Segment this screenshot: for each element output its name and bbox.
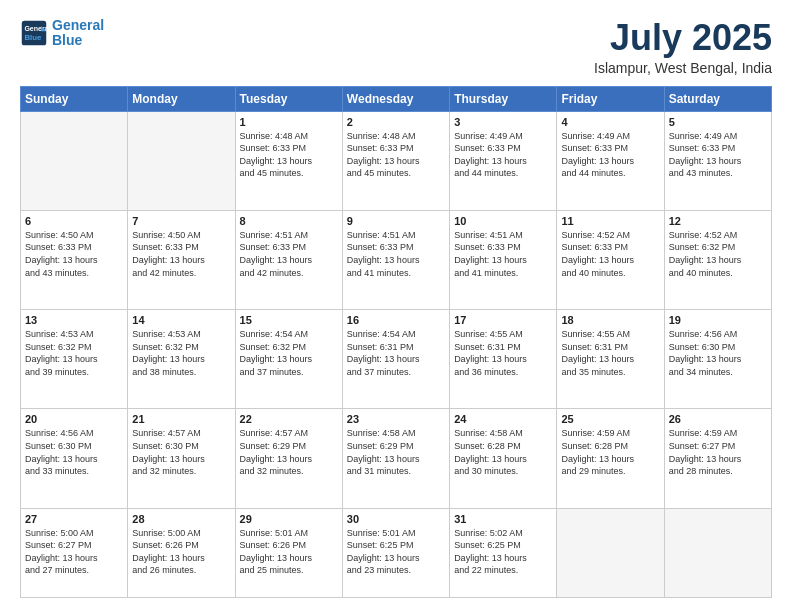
week-row-4: 20Sunrise: 4:56 AM Sunset: 6:30 PM Dayli…: [21, 409, 772, 508]
empty-cell: [128, 111, 235, 210]
day-detail: Sunrise: 4:49 AM Sunset: 6:33 PM Dayligh…: [561, 130, 659, 180]
day-number: 19: [669, 314, 767, 326]
week-row-2: 6Sunrise: 4:50 AM Sunset: 6:33 PM Daylig…: [21, 210, 772, 309]
day-number: 31: [454, 513, 552, 525]
day-number: 16: [347, 314, 445, 326]
day-cell-28: 28Sunrise: 5:00 AM Sunset: 6:26 PM Dayli…: [128, 508, 235, 597]
day-cell-20: 20Sunrise: 4:56 AM Sunset: 6:30 PM Dayli…: [21, 409, 128, 508]
day-detail: Sunrise: 4:53 AM Sunset: 6:32 PM Dayligh…: [25, 328, 123, 378]
empty-cell: [21, 111, 128, 210]
day-detail: Sunrise: 4:49 AM Sunset: 6:33 PM Dayligh…: [454, 130, 552, 180]
day-header-thursday: Thursday: [450, 86, 557, 111]
day-cell-11: 11Sunrise: 4:52 AM Sunset: 6:33 PM Dayli…: [557, 210, 664, 309]
day-cell-2: 2Sunrise: 4:48 AM Sunset: 6:33 PM Daylig…: [342, 111, 449, 210]
day-detail: Sunrise: 4:55 AM Sunset: 6:31 PM Dayligh…: [561, 328, 659, 378]
day-cell-10: 10Sunrise: 4:51 AM Sunset: 6:33 PM Dayli…: [450, 210, 557, 309]
day-number: 2: [347, 116, 445, 128]
day-detail: Sunrise: 4:51 AM Sunset: 6:33 PM Dayligh…: [240, 229, 338, 279]
day-number: 28: [132, 513, 230, 525]
day-cell-24: 24Sunrise: 4:58 AM Sunset: 6:28 PM Dayli…: [450, 409, 557, 508]
day-detail: Sunrise: 4:58 AM Sunset: 6:29 PM Dayligh…: [347, 427, 445, 477]
day-detail: Sunrise: 4:54 AM Sunset: 6:32 PM Dayligh…: [240, 328, 338, 378]
day-cell-30: 30Sunrise: 5:01 AM Sunset: 6:25 PM Dayli…: [342, 508, 449, 597]
day-detail: Sunrise: 5:02 AM Sunset: 6:25 PM Dayligh…: [454, 527, 552, 577]
day-detail: Sunrise: 4:53 AM Sunset: 6:32 PM Dayligh…: [132, 328, 230, 378]
day-detail: Sunrise: 4:52 AM Sunset: 6:32 PM Dayligh…: [669, 229, 767, 279]
day-cell-26: 26Sunrise: 4:59 AM Sunset: 6:27 PM Dayli…: [664, 409, 771, 508]
day-cell-13: 13Sunrise: 4:53 AM Sunset: 6:32 PM Dayli…: [21, 310, 128, 409]
day-cell-8: 8Sunrise: 4:51 AM Sunset: 6:33 PM Daylig…: [235, 210, 342, 309]
day-number: 29: [240, 513, 338, 525]
page: General Blue General Blue July 2025 Isla…: [0, 0, 792, 612]
day-detail: Sunrise: 5:01 AM Sunset: 6:26 PM Dayligh…: [240, 527, 338, 577]
day-detail: Sunrise: 4:52 AM Sunset: 6:33 PM Dayligh…: [561, 229, 659, 279]
day-cell-25: 25Sunrise: 4:59 AM Sunset: 6:28 PM Dayli…: [557, 409, 664, 508]
day-cell-12: 12Sunrise: 4:52 AM Sunset: 6:32 PM Dayli…: [664, 210, 771, 309]
day-cell-4: 4Sunrise: 4:49 AM Sunset: 6:33 PM Daylig…: [557, 111, 664, 210]
day-number: 8: [240, 215, 338, 227]
day-detail: Sunrise: 4:58 AM Sunset: 6:28 PM Dayligh…: [454, 427, 552, 477]
location-subtitle: Islampur, West Bengal, India: [594, 60, 772, 76]
week-row-1: 1Sunrise: 4:48 AM Sunset: 6:33 PM Daylig…: [21, 111, 772, 210]
day-cell-29: 29Sunrise: 5:01 AM Sunset: 6:26 PM Dayli…: [235, 508, 342, 597]
logo-text: General Blue: [52, 18, 104, 49]
week-row-3: 13Sunrise: 4:53 AM Sunset: 6:32 PM Dayli…: [21, 310, 772, 409]
day-header-tuesday: Tuesday: [235, 86, 342, 111]
day-number: 21: [132, 413, 230, 425]
day-number: 13: [25, 314, 123, 326]
day-header-friday: Friday: [557, 86, 664, 111]
day-detail: Sunrise: 4:57 AM Sunset: 6:29 PM Dayligh…: [240, 427, 338, 477]
day-detail: Sunrise: 4:50 AM Sunset: 6:33 PM Dayligh…: [25, 229, 123, 279]
day-cell-5: 5Sunrise: 4:49 AM Sunset: 6:33 PM Daylig…: [664, 111, 771, 210]
day-number: 1: [240, 116, 338, 128]
title-block: July 2025 Islampur, West Bengal, India: [594, 18, 772, 76]
day-cell-16: 16Sunrise: 4:54 AM Sunset: 6:31 PM Dayli…: [342, 310, 449, 409]
calendar-table: SundayMondayTuesdayWednesdayThursdayFrid…: [20, 86, 772, 598]
month-title: July 2025: [594, 18, 772, 58]
day-number: 25: [561, 413, 659, 425]
day-number: 11: [561, 215, 659, 227]
day-number: 23: [347, 413, 445, 425]
day-number: 6: [25, 215, 123, 227]
day-number: 3: [454, 116, 552, 128]
day-number: 12: [669, 215, 767, 227]
day-detail: Sunrise: 4:56 AM Sunset: 6:30 PM Dayligh…: [25, 427, 123, 477]
day-cell-19: 19Sunrise: 4:56 AM Sunset: 6:30 PM Dayli…: [664, 310, 771, 409]
day-cell-15: 15Sunrise: 4:54 AM Sunset: 6:32 PM Dayli…: [235, 310, 342, 409]
day-number: 27: [25, 513, 123, 525]
day-number: 18: [561, 314, 659, 326]
day-detail: Sunrise: 4:59 AM Sunset: 6:28 PM Dayligh…: [561, 427, 659, 477]
day-number: 24: [454, 413, 552, 425]
logo-icon: General Blue: [20, 19, 48, 47]
day-detail: Sunrise: 4:55 AM Sunset: 6:31 PM Dayligh…: [454, 328, 552, 378]
day-header-saturday: Saturday: [664, 86, 771, 111]
day-detail: Sunrise: 4:54 AM Sunset: 6:31 PM Dayligh…: [347, 328, 445, 378]
day-number: 22: [240, 413, 338, 425]
day-cell-27: 27Sunrise: 5:00 AM Sunset: 6:27 PM Dayli…: [21, 508, 128, 597]
day-detail: Sunrise: 4:56 AM Sunset: 6:30 PM Dayligh…: [669, 328, 767, 378]
day-cell-1: 1Sunrise: 4:48 AM Sunset: 6:33 PM Daylig…: [235, 111, 342, 210]
day-number: 14: [132, 314, 230, 326]
day-cell-22: 22Sunrise: 4:57 AM Sunset: 6:29 PM Dayli…: [235, 409, 342, 508]
day-header-wednesday: Wednesday: [342, 86, 449, 111]
week-row-5: 27Sunrise: 5:00 AM Sunset: 6:27 PM Dayli…: [21, 508, 772, 597]
day-cell-14: 14Sunrise: 4:53 AM Sunset: 6:32 PM Dayli…: [128, 310, 235, 409]
day-detail: Sunrise: 4:57 AM Sunset: 6:30 PM Dayligh…: [132, 427, 230, 477]
day-cell-6: 6Sunrise: 4:50 AM Sunset: 6:33 PM Daylig…: [21, 210, 128, 309]
day-number: 10: [454, 215, 552, 227]
logo: General Blue General Blue: [20, 18, 104, 49]
day-detail: Sunrise: 4:48 AM Sunset: 6:33 PM Dayligh…: [240, 130, 338, 180]
calendar-header-row: SundayMondayTuesdayWednesdayThursdayFrid…: [21, 86, 772, 111]
day-detail: Sunrise: 4:51 AM Sunset: 6:33 PM Dayligh…: [454, 229, 552, 279]
day-header-sunday: Sunday: [21, 86, 128, 111]
day-cell-31: 31Sunrise: 5:02 AM Sunset: 6:25 PM Dayli…: [450, 508, 557, 597]
day-number: 20: [25, 413, 123, 425]
day-detail: Sunrise: 5:01 AM Sunset: 6:25 PM Dayligh…: [347, 527, 445, 577]
day-detail: Sunrise: 5:00 AM Sunset: 6:27 PM Dayligh…: [25, 527, 123, 577]
day-detail: Sunrise: 5:00 AM Sunset: 6:26 PM Dayligh…: [132, 527, 230, 577]
day-detail: Sunrise: 4:48 AM Sunset: 6:33 PM Dayligh…: [347, 130, 445, 180]
day-cell-17: 17Sunrise: 4:55 AM Sunset: 6:31 PM Dayli…: [450, 310, 557, 409]
day-number: 5: [669, 116, 767, 128]
day-detail: Sunrise: 4:50 AM Sunset: 6:33 PM Dayligh…: [132, 229, 230, 279]
empty-cell: [557, 508, 664, 597]
